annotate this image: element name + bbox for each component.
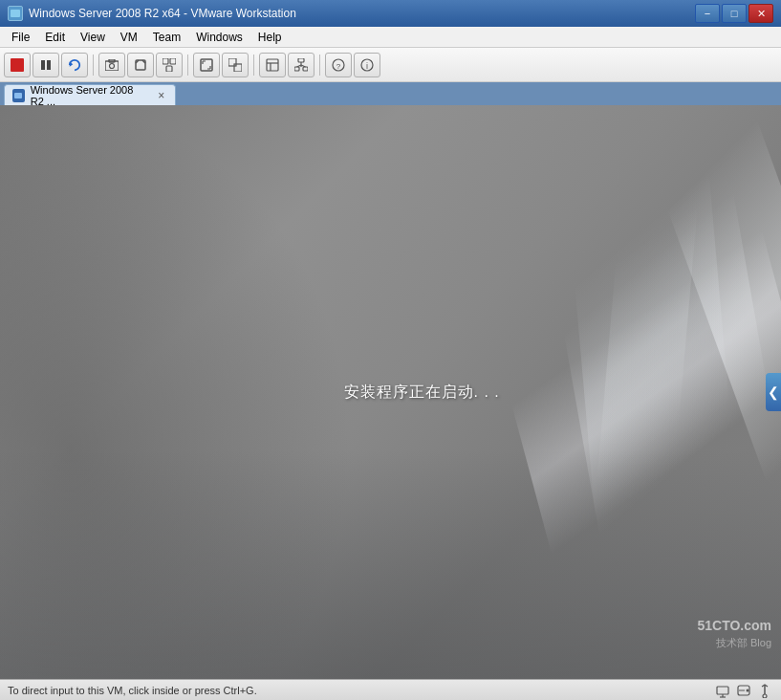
svg-rect-1 <box>41 60 45 70</box>
menu-view[interactable]: View <box>73 27 113 47</box>
fullscreen-button[interactable] <box>193 53 220 77</box>
menu-bar: File Edit View VM Team Windows Help <box>0 27 781 48</box>
svg-point-6 <box>110 63 115 68</box>
toolbar: ? i <box>0 48 781 82</box>
svg-rect-18 <box>294 67 299 71</box>
status-icon-network <box>714 682 731 699</box>
svg-rect-17 <box>298 58 304 62</box>
app-icon <box>8 6 23 21</box>
revert-button[interactable] <box>127 53 154 77</box>
watermark: 51CTO.com 技术部 Blog <box>697 617 771 650</box>
svg-rect-14 <box>267 59 278 71</box>
vm-settings-button[interactable] <box>259 53 286 77</box>
network-button[interactable] <box>288 53 315 77</box>
help-button[interactable]: ? <box>325 53 352 77</box>
tab-label: Windows Server 2008 R2 ... <box>31 84 150 107</box>
window-controls: − □ ✕ <box>695 4 773 23</box>
toolbar-sep-2 <box>187 55 188 76</box>
menu-help[interactable]: Help <box>250 27 290 47</box>
svg-rect-27 <box>717 687 728 694</box>
svg-rect-11 <box>201 59 212 71</box>
svg-rect-13 <box>234 64 242 72</box>
toolbar-sep-3 <box>253 55 254 76</box>
vm-content-area[interactable]: 安装程序正在启动. . . ❮ 51CTO.com 技术部 Blog <box>0 105 781 679</box>
manage-snapshots-button[interactable] <box>156 53 183 77</box>
status-icons <box>714 682 773 699</box>
tab-bar: Windows Server 2008 R2 ... × <box>0 82 781 105</box>
menu-team[interactable]: Team <box>145 27 188 47</box>
svg-rect-9 <box>170 58 176 64</box>
pause-button[interactable] <box>33 53 59 77</box>
menu-vm[interactable]: VM <box>113 27 145 47</box>
svg-point-33 <box>763 694 767 698</box>
status-bar: To direct input to this VM, click inside… <box>0 679 781 700</box>
minimize-button[interactable]: − <box>695 4 720 23</box>
maximize-button[interactable]: □ <box>722 4 747 23</box>
shadow-bottom <box>0 449 781 679</box>
reset-button[interactable] <box>61 53 88 77</box>
status-message: To direct input to this VM, click inside… <box>8 685 257 696</box>
tab-close-button[interactable]: × <box>155 89 167 102</box>
status-icon-usb <box>756 682 773 699</box>
svg-text:?: ? <box>336 62 341 71</box>
watermark-site: 51CTO.com <box>697 617 771 636</box>
unity-button[interactable] <box>222 53 249 77</box>
status-icon-disk <box>735 682 752 699</box>
svg-rect-2 <box>47 60 51 70</box>
menu-edit[interactable]: Edit <box>37 27 73 47</box>
toolbar-sep-4 <box>319 55 320 76</box>
menu-file[interactable]: File <box>4 27 37 47</box>
vm-screen[interactable]: 安装程序正在启动. . . ❮ 51CTO.com 技术部 Blog <box>0 105 781 679</box>
svg-point-31 <box>747 689 749 691</box>
watermark-blog: 技术部 Blog <box>697 636 771 650</box>
support-button[interactable]: i <box>354 53 380 77</box>
svg-text:i: i <box>366 61 368 71</box>
power-on-button[interactable] <box>4 53 31 77</box>
svg-rect-8 <box>163 58 168 64</box>
close-button[interactable]: ✕ <box>748 4 773 23</box>
menu-windows[interactable]: Windows <box>188 27 250 47</box>
svg-rect-12 <box>228 58 236 66</box>
vm-tab[interactable]: Windows Server 2008 R2 ... × <box>4 84 176 105</box>
svg-rect-19 <box>303 67 308 71</box>
tab-vm-icon <box>12 89 25 102</box>
window-title: Windows Server 2008 R2 x64 - VMware Work… <box>29 7 695 20</box>
loading-text: 安装程序正在启动. . . <box>344 383 500 403</box>
svg-rect-10 <box>166 66 172 72</box>
toolbar-sep-1 <box>93 55 94 76</box>
side-arrow-handle[interactable]: ❮ <box>766 373 781 411</box>
svg-rect-0 <box>11 58 24 72</box>
title-bar: Windows Server 2008 R2 x64 - VMware Work… <box>0 0 781 27</box>
side-arrow-icon: ❮ <box>768 384 779 400</box>
snapshot-button[interactable] <box>98 53 125 77</box>
